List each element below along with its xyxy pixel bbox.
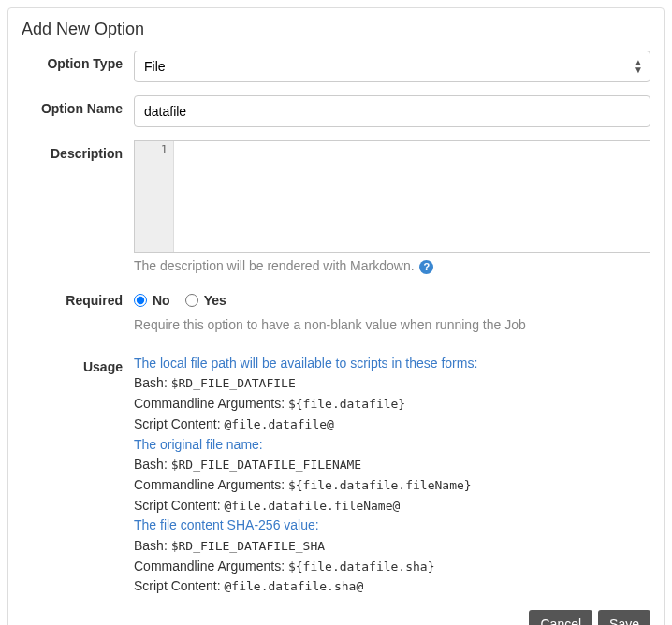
usage-section3-heading: The file content SHA-256 value: (134, 516, 650, 536)
description-editor[interactable]: 1 (134, 140, 650, 253)
usage-line: Commandline Arguments: ${file.datafile.f… (134, 475, 650, 496)
required-help: Require this option to have a non-blank … (134, 317, 650, 332)
usage-line: Commandline Arguments: ${file.datafile} (134, 394, 650, 414)
page-title: Add New Option (22, 20, 650, 39)
save-button[interactable]: Save (598, 610, 650, 625)
usage-line: Bash: $RD_FILE_DATAFILE_SHA (134, 536, 650, 557)
usage-line: Script Content: @file.datafile.fileName@ (134, 496, 650, 516)
cancel-button[interactable]: Cancel (529, 610, 592, 625)
required-no-item[interactable]: No (134, 293, 170, 308)
editor-body[interactable] (174, 141, 650, 252)
usage-section1-heading: The local file path will be available to… (134, 354, 650, 374)
usage-block: The local file path will be available to… (134, 354, 650, 597)
required-yes-label: Yes (204, 293, 226, 308)
usage-line: Script Content: @file.datafile.sha@ (134, 576, 650, 597)
option-name-label: Option Name (22, 95, 134, 116)
usage-line: Commandline Arguments: ${file.datafile.s… (134, 557, 650, 577)
required-no-radio[interactable] (134, 294, 147, 307)
usage-line: Bash: $RD_FILE_DATAFILE (134, 373, 650, 394)
option-type-select[interactable]: File (134, 51, 650, 82)
required-yes-radio[interactable] (185, 294, 198, 307)
usage-line: Bash: $RD_FILE_DATAFILE_FILENAME (134, 455, 650, 475)
description-help-text: The description will be rendered with Ma… (134, 258, 415, 273)
usage-line: Script Content: @file.datafile@ (134, 414, 650, 435)
description-label: Description (22, 140, 134, 161)
option-name-input[interactable] (134, 95, 650, 127)
description-help: The description will be rendered with Ma… (134, 258, 650, 274)
editor-gutter: 1 (135, 141, 174, 252)
add-option-panel: Add New Option Option Type File ▲▼ Optio… (7, 7, 665, 625)
usage-label: Usage (22, 354, 134, 374)
usage-section2-heading: The original file name: (134, 435, 650, 456)
required-no-label: No (153, 293, 170, 308)
footer: Cancel Save (22, 610, 650, 625)
help-icon[interactable]: ? (419, 260, 433, 274)
divider (22, 342, 650, 342)
option-type-label: Option Type (22, 51, 134, 71)
required-label: Required (22, 287, 134, 308)
required-radio-group: No Yes (134, 287, 650, 308)
required-yes-item[interactable]: Yes (185, 293, 226, 308)
